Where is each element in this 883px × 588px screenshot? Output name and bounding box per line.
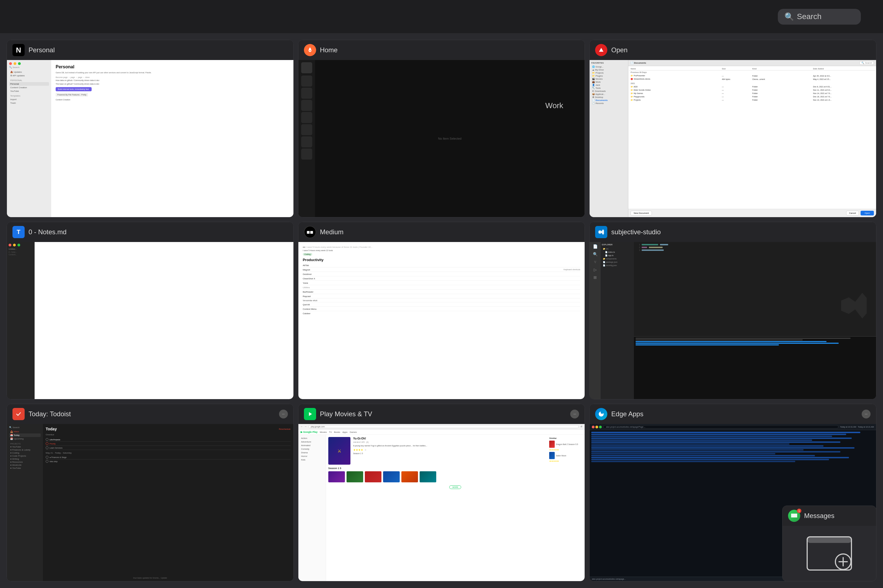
search-icon: 🔍 — [784, 12, 794, 21]
finder-fav-tools[interactable]: 🔧 Tools — [591, 87, 626, 90]
finder-search-box[interactable]: 🔍 Search — [859, 61, 874, 65]
todoist-youtube2[interactable]: ● YouTube — [9, 466, 41, 470]
todoist-checkbox3[interactable] — [46, 446, 48, 449]
window-medium[interactable]: ■■ Medium ■■ I save 5 hours every week b… — [298, 222, 585, 399]
vscode-code-lines: 1 2 3 — [636, 244, 874, 251]
todoist-coding[interactable]: ● Coding — [9, 452, 41, 454]
todoist-resources[interactable]: ● Resources — [9, 460, 41, 464]
playmovies-nav-apps[interactable]: Apps — [342, 431, 347, 434]
playmovies-similar-list: Dragon Ball Z Season 5.5 ★★★★★ Sailor Mo… — [549, 441, 582, 462]
finder-fav-jack[interactable]: 👤 Jack — [591, 84, 626, 87]
todoist-today[interactable]: 📅 Today — [9, 434, 41, 437]
edge-url-bar[interactable]: alan-project.azurewebsites.net/apage/Pag… — [603, 425, 838, 429]
sim-thumb-1 — [549, 441, 555, 448]
window-playmovies[interactable]: Play Movies & TV − ← → play.google.com ↺… — [298, 404, 585, 581]
finder-fav-plugins[interactable]: 📁 Plugins — [591, 74, 626, 78]
playmovies-cat-drama[interactable]: Drama — [300, 451, 324, 454]
personal-preview: Powered By File Features - Pretty — [56, 93, 289, 96]
window-home[interactable]: Home No Item Selected — [298, 40, 585, 218]
finder-fav-documents[interactable]: 📄 Documents — [591, 99, 626, 102]
todoist-worklife[interactable]: ● Work/Life — [9, 464, 41, 466]
todoist-finances[interactable]: ● Finances & Labely — [9, 448, 41, 452]
browser-url[interactable]: play.google.com — [308, 425, 579, 428]
playmovies-movie-thumb: ⚔ — [328, 437, 350, 465]
open-button[interactable]: Open — [860, 211, 874, 216]
finder-sidebar: Favorites 🌐 Googl... ☁ My Drive 📁 Projec… — [590, 60, 628, 217]
finder-fav-desktop[interactable]: 🖥 Desktop — [591, 96, 626, 99]
window-notes[interactable]: T 0 - Notes.md Untitled... 0 - Note... C… — [7, 222, 294, 399]
todoist-checkbox5[interactable] — [46, 460, 48, 463]
window-title-open: Open — [611, 46, 871, 54]
playmovies-season-header: Season 1 5 — [328, 467, 583, 470]
sidebar-content[interactable]: Content Creation — [9, 86, 49, 89]
todoist-minimize[interactable]: − — [279, 410, 288, 418]
finder-row-mygames[interactable]: 📁 My Games — Folder Nov 14, 2021 at 7:0.… — [629, 92, 875, 95]
sidebar-personal-item[interactable]: Personal — [9, 82, 49, 86]
finder-row-elderscrolls[interactable]: 📁 Elder Scrolls Online — Folder Nov 11, … — [629, 88, 875, 92]
playmovies-cat-animated[interactable]: Animated — [300, 444, 324, 447]
playmovies-ep-thumb1[interactable] — [328, 471, 345, 482]
finder-fav-work[interactable]: 💼 Work — [591, 81, 626, 84]
window-todoist[interactable]: Today: Todoist − 🔍 Search 📥 Inbox 📅 Toda… — [7, 404, 294, 581]
personal-main-content: Personal Game DB, but instead of buildin… — [51, 60, 293, 217]
todoist-checkbox1[interactable] — [46, 438, 48, 441]
playmovies-more-button[interactable]: MORE — [449, 485, 461, 489]
finder-fav-recents[interactable]: 🕐 Recents — [591, 102, 626, 105]
todoist-writing[interactable]: ● Writing — [9, 458, 41, 460]
finder-fav-drive[interactable]: ☁ My Drive — [591, 68, 626, 71]
window-open[interactable]: Open Favorites 🌐 Googl... ☁ My Drive 📁 P… — [589, 40, 876, 218]
todoist-upcoming[interactable]: 📆 Upcoming — [9, 437, 41, 441]
todoist-app: 🔍 Search 📥 Inbox 📅 Today 📆 Upcoming Proj… — [7, 424, 293, 581]
playmovies-cat-horror[interactable]: Horror — [300, 454, 324, 458]
sidebar-youtube[interactable]: YouTube — [9, 89, 49, 93]
browser-refresh[interactable]: ↺ — [581, 425, 582, 428]
home-sidebar-icon6 — [301, 124, 312, 135]
window-vscode[interactable]: subjective-studio 📄 🔍 ⑂ ▷ ⊞ Explorer 📁 s… — [589, 222, 876, 399]
playmovies-thumbnails — [328, 471, 583, 482]
todoist-checkbox4[interactable] — [46, 456, 48, 459]
playmovies-nav-games[interactable]: Games — [350, 431, 357, 434]
playmovies-nav-books[interactable]: Books — [334, 431, 340, 434]
medium-badges: Coding — [303, 253, 581, 255]
playmovies-nav-movies[interactable]: Movies — [320, 431, 326, 434]
playmovies-ep-thumb4[interactable] — [383, 471, 400, 482]
finder-row-propresenter[interactable]: 📁 ProPresenter — Folder Apr 25, 2022 at … — [629, 74, 875, 78]
playmovies-minimize[interactable]: − — [570, 410, 579, 418]
playmovies-ep-thumb6[interactable] — [420, 471, 436, 482]
finder-fav-movies[interactable]: 🎬 Movies — [591, 78, 626, 81]
playmovies-ep-thumb5[interactable] — [402, 471, 418, 482]
window-personal[interactable]: N Personal 🔍 Search 📥 Updates ⚙ API upda… — [7, 40, 294, 218]
finder-fav-downloads[interactable]: ⬇ Downloads — [591, 90, 626, 93]
finder-row-projects[interactable]: 📁 Projects — Folder Nov 13, 2021 at 1:3.… — [629, 99, 875, 102]
cancel-button[interactable]: Cancel — [846, 211, 859, 216]
todoist-codeprojects[interactable]: ● Code Projects — [9, 454, 41, 458]
finder-row-add[interactable]: 📁 ADD — Folder Dec 8, 2021 at 4:01... — [629, 85, 875, 88]
playmovies-cat-kids[interactable]: Kids — [300, 458, 324, 462]
todoist-add-task[interactable]: Reschedule — [279, 428, 290, 430]
playmovies-cat-action[interactable]: Action — [300, 436, 324, 440]
window-messages[interactable]: 1 Messages — [782, 506, 876, 581]
playmovies-cat-comedy[interactable]: Comedy — [300, 447, 324, 451]
home-sidebar — [298, 60, 315, 217]
sidebar-import[interactable]: Import — [9, 98, 49, 101]
playmovies-cat-adventure[interactable]: Adventure — [300, 440, 324, 444]
finder-fav-google[interactable]: 🌐 Googl... — [591, 65, 626, 68]
playmovies-ep-thumb2[interactable] — [346, 471, 363, 482]
edge-tl-green — [599, 426, 602, 428]
todoist-youtube[interactable]: ● YouTube — [9, 445, 41, 448]
new-document-button[interactable]: New Document — [630, 211, 652, 216]
todoist-checkbox2[interactable] — [46, 442, 48, 445]
sidebar-trash[interactable]: Trash — [9, 101, 49, 105]
finder-row-streamdeck[interactable]: 🔴 StreamDeck.cleora 484 bytes Cleora...u… — [629, 78, 875, 81]
finder-row-playgrounds[interactable]: 📁 Playgrounds — Folder Dec 16, 2021 at 7… — [629, 95, 875, 99]
browser-back[interactable]: ← — [301, 425, 303, 428]
finder-fav-projects[interactable]: 📁 Projects — [591, 71, 626, 74]
playmovies-nav-tv[interactable]: TV — [329, 431, 332, 434]
search-box[interactable]: 🔍 Search — [778, 9, 861, 25]
todoist-task2: ● Finances & Stage — [46, 455, 290, 459]
browser-forward[interactable]: → — [304, 425, 307, 428]
edgeapps-minimize[interactable]: − — [862, 410, 871, 418]
finder-fav-applic[interactable]: 📦 Applicat... — [591, 93, 626, 96]
todoist-inbox[interactable]: 📥 Inbox — [9, 430, 41, 434]
playmovies-ep-thumb3[interactable] — [365, 471, 381, 482]
